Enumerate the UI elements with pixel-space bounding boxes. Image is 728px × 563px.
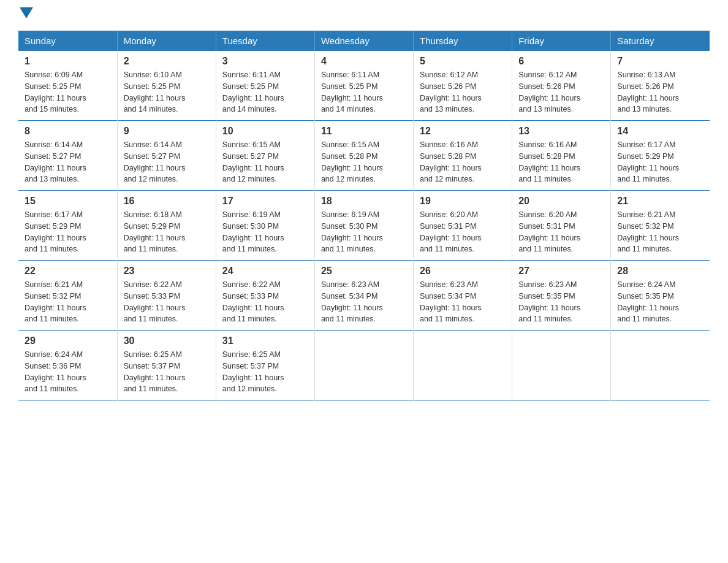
day-cell: 7Sunrise: 6:13 AM Sunset: 5:26 PM Daylig… [611, 51, 710, 121]
header-row: SundayMondayTuesdayWednesdayThursdayFrid… [18, 31, 710, 51]
header-cell-monday: Monday [117, 31, 216, 51]
day-cell: 14Sunrise: 6:17 AM Sunset: 5:29 PM Dayli… [611, 121, 710, 191]
day-cell: 5Sunrise: 6:12 AM Sunset: 5:26 PM Daylig… [414, 51, 512, 121]
day-info: Sunrise: 6:16 AM Sunset: 5:28 PM Dayligh… [420, 139, 506, 185]
day-number: 1 [25, 56, 111, 67]
header-cell-thursday: Thursday [414, 31, 512, 51]
day-number: 3 [222, 56, 308, 67]
day-number: 23 [124, 266, 210, 277]
day-info: Sunrise: 6:16 AM Sunset: 5:28 PM Dayligh… [518, 139, 604, 185]
day-info: Sunrise: 6:23 AM Sunset: 5:34 PM Dayligh… [420, 279, 506, 325]
day-info: Sunrise: 6:21 AM Sunset: 5:32 PM Dayligh… [25, 279, 111, 325]
day-info: Sunrise: 6:23 AM Sunset: 5:35 PM Dayligh… [518, 279, 604, 325]
day-info: Sunrise: 6:17 AM Sunset: 5:29 PM Dayligh… [617, 139, 703, 185]
day-number: 10 [222, 126, 308, 137]
calendar-body: 1Sunrise: 6:09 AM Sunset: 5:25 PM Daylig… [18, 51, 710, 400]
day-info: Sunrise: 6:12 AM Sunset: 5:26 PM Dayligh… [420, 69, 506, 115]
logo [18, 12, 33, 18]
day-number: 29 [25, 335, 111, 347]
day-cell: 11Sunrise: 6:15 AM Sunset: 5:28 PM Dayli… [314, 121, 413, 191]
day-number: 4 [321, 56, 407, 67]
day-info: Sunrise: 6:15 AM Sunset: 5:28 PM Dayligh… [321, 139, 407, 185]
day-number: 17 [222, 196, 308, 207]
day-info: Sunrise: 6:11 AM Sunset: 5:25 PM Dayligh… [222, 69, 308, 115]
day-cell: 30Sunrise: 6:25 AM Sunset: 5:37 PM Dayli… [117, 331, 216, 400]
day-cell: 31Sunrise: 6:25 AM Sunset: 5:37 PM Dayli… [216, 331, 314, 400]
day-number: 5 [420, 56, 506, 67]
day-number: 9 [124, 126, 210, 137]
day-cell: 17Sunrise: 6:19 AM Sunset: 5:30 PM Dayli… [216, 191, 314, 261]
day-info: Sunrise: 6:21 AM Sunset: 5:32 PM Dayligh… [617, 209, 703, 255]
calendar-header: SundayMondayTuesdayWednesdayThursdayFrid… [18, 31, 710, 51]
day-cell: 15Sunrise: 6:17 AM Sunset: 5:29 PM Dayli… [18, 191, 117, 261]
day-cell: 28Sunrise: 6:24 AM Sunset: 5:35 PM Dayli… [611, 261, 710, 331]
day-number: 18 [321, 196, 407, 207]
day-number: 20 [518, 196, 604, 207]
day-cell: 21Sunrise: 6:21 AM Sunset: 5:32 PM Dayli… [611, 191, 710, 261]
header-cell-friday: Friday [512, 31, 611, 51]
day-number: 12 [420, 126, 506, 137]
day-cell: 27Sunrise: 6:23 AM Sunset: 5:35 PM Dayli… [512, 261, 611, 331]
day-cell: 6Sunrise: 6:12 AM Sunset: 5:26 PM Daylig… [512, 51, 611, 121]
day-cell: 10Sunrise: 6:15 AM Sunset: 5:27 PM Dayli… [216, 121, 314, 191]
day-cell: 25Sunrise: 6:23 AM Sunset: 5:34 PM Dayli… [314, 261, 413, 331]
logo-triangle-icon [20, 7, 33, 21]
day-number: 16 [124, 196, 210, 207]
day-cell: 16Sunrise: 6:18 AM Sunset: 5:29 PM Dayli… [117, 191, 216, 261]
day-number: 26 [420, 266, 506, 277]
day-info: Sunrise: 6:24 AM Sunset: 5:35 PM Dayligh… [617, 279, 703, 325]
day-number: 13 [518, 126, 604, 137]
day-info: Sunrise: 6:20 AM Sunset: 5:31 PM Dayligh… [518, 209, 604, 255]
day-number: 6 [518, 56, 604, 67]
day-number: 7 [617, 56, 703, 67]
day-info: Sunrise: 6:22 AM Sunset: 5:33 PM Dayligh… [124, 279, 210, 325]
week-row-5: 29Sunrise: 6:24 AM Sunset: 5:36 PM Dayli… [18, 331, 710, 400]
day-number: 19 [420, 196, 506, 207]
day-info: Sunrise: 6:11 AM Sunset: 5:25 PM Dayligh… [321, 69, 407, 115]
day-number: 24 [222, 266, 308, 277]
day-info: Sunrise: 6:10 AM Sunset: 5:25 PM Dayligh… [124, 69, 210, 115]
day-cell: 8Sunrise: 6:14 AM Sunset: 5:27 PM Daylig… [18, 121, 117, 191]
day-cell: 19Sunrise: 6:20 AM Sunset: 5:31 PM Dayli… [414, 191, 512, 261]
day-number: 14 [617, 126, 703, 137]
day-info: Sunrise: 6:25 AM Sunset: 5:37 PM Dayligh… [222, 349, 308, 395]
day-cell: 1Sunrise: 6:09 AM Sunset: 5:25 PM Daylig… [18, 51, 117, 121]
day-number: 27 [518, 266, 604, 277]
day-number: 21 [617, 196, 703, 207]
day-cell: 22Sunrise: 6:21 AM Sunset: 5:32 PM Dayli… [18, 261, 117, 331]
page-header [18, 12, 710, 18]
day-info: Sunrise: 6:23 AM Sunset: 5:34 PM Dayligh… [321, 279, 407, 325]
day-cell [314, 331, 413, 400]
day-info: Sunrise: 6:19 AM Sunset: 5:30 PM Dayligh… [321, 209, 407, 255]
day-info: Sunrise: 6:17 AM Sunset: 5:29 PM Dayligh… [25, 209, 111, 255]
day-number: 11 [321, 126, 407, 137]
day-number: 30 [124, 335, 210, 347]
header-cell-tuesday: Tuesday [216, 31, 314, 51]
day-number: 2 [124, 56, 210, 67]
day-info: Sunrise: 6:18 AM Sunset: 5:29 PM Dayligh… [124, 209, 210, 255]
day-cell: 12Sunrise: 6:16 AM Sunset: 5:28 PM Dayli… [414, 121, 512, 191]
day-cell [512, 331, 611, 400]
week-row-1: 1Sunrise: 6:09 AM Sunset: 5:25 PM Daylig… [18, 51, 710, 121]
day-number: 25 [321, 266, 407, 277]
day-number: 31 [222, 335, 308, 347]
day-cell: 20Sunrise: 6:20 AM Sunset: 5:31 PM Dayli… [512, 191, 611, 261]
header-cell-saturday: Saturday [611, 31, 710, 51]
day-info: Sunrise: 6:25 AM Sunset: 5:37 PM Dayligh… [124, 349, 210, 395]
day-info: Sunrise: 6:09 AM Sunset: 5:25 PM Dayligh… [25, 69, 111, 115]
day-info: Sunrise: 6:20 AM Sunset: 5:31 PM Dayligh… [420, 209, 506, 255]
day-info: Sunrise: 6:13 AM Sunset: 5:26 PM Dayligh… [617, 69, 703, 115]
day-info: Sunrise: 6:24 AM Sunset: 5:36 PM Dayligh… [25, 349, 111, 395]
day-cell: 24Sunrise: 6:22 AM Sunset: 5:33 PM Dayli… [216, 261, 314, 331]
day-cell: 2Sunrise: 6:10 AM Sunset: 5:25 PM Daylig… [117, 51, 216, 121]
day-number: 28 [617, 266, 703, 277]
day-cell: 4Sunrise: 6:11 AM Sunset: 5:25 PM Daylig… [314, 51, 413, 121]
svg-marker-0 [20, 7, 33, 18]
day-cell [414, 331, 512, 400]
week-row-3: 15Sunrise: 6:17 AM Sunset: 5:29 PM Dayli… [18, 191, 710, 261]
day-cell: 18Sunrise: 6:19 AM Sunset: 5:30 PM Dayli… [314, 191, 413, 261]
header-cell-wednesday: Wednesday [314, 31, 413, 51]
day-info: Sunrise: 6:12 AM Sunset: 5:26 PM Dayligh… [518, 69, 604, 115]
week-row-4: 22Sunrise: 6:21 AM Sunset: 5:32 PM Dayli… [18, 261, 710, 331]
day-cell: 9Sunrise: 6:14 AM Sunset: 5:27 PM Daylig… [117, 121, 216, 191]
